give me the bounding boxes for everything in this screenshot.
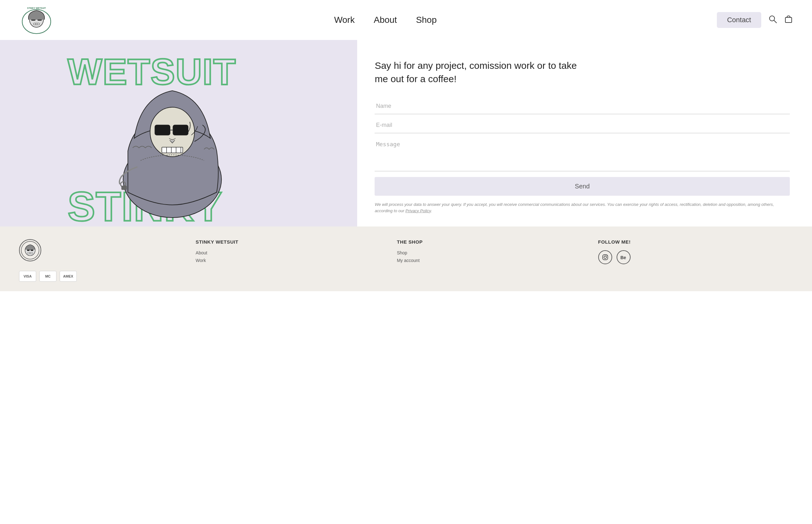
svg-rect-17: [155, 125, 170, 135]
footer-shop-col: THE SHOP Shop My account: [391, 239, 592, 265]
nav-work[interactable]: Work: [334, 15, 354, 25]
footer-about-link[interactable]: About: [196, 250, 384, 255]
contact-button[interactable]: Contact: [717, 12, 761, 28]
email-input[interactable]: [375, 117, 790, 133]
svg-point-36: [604, 256, 607, 259]
visa-card: VISA: [19, 271, 36, 282]
social-icons: Be: [598, 250, 786, 264]
nav-right: Contact: [717, 12, 793, 28]
instagram-icon[interactable]: [598, 250, 612, 264]
contact-panel: Say hi for any project, comission work o…: [357, 40, 812, 227]
svg-line-10: [774, 20, 777, 23]
nav-about[interactable]: About: [374, 15, 397, 25]
mastercard-card: MC: [39, 271, 56, 282]
nav-shop[interactable]: Shop: [416, 15, 436, 25]
footer-social-col: FOLLOW ME! Be: [592, 239, 793, 264]
amex-card: AMEX: [60, 271, 77, 282]
svg-text:STINKY WETSUIT: STINKY WETSUIT: [27, 7, 46, 9]
behance-icon[interactable]: Be: [617, 250, 631, 264]
main-nav: STINKY WETSUIT Work About Shop Contact: [0, 0, 812, 40]
main-section: WETSUIT STINKY: [0, 40, 812, 227]
svg-rect-5: [34, 23, 39, 25]
svg-rect-32: [28, 252, 33, 254]
message-input[interactable]: [375, 136, 790, 171]
logo[interactable]: STINKY WETSUIT: [19, 6, 54, 34]
svg-rect-11: [785, 17, 792, 22]
nav-links: Work About Shop: [334, 15, 436, 25]
svg-rect-26: [121, 186, 127, 190]
svg-text:Be: Be: [620, 255, 626, 260]
contact-heading: Say hi for any project, comission work o…: [375, 59, 590, 86]
payment-methods: VISA MC AMEX: [19, 271, 77, 282]
svg-rect-20: [162, 147, 183, 153]
contact-form: Send We will process your data to answer…: [375, 98, 790, 214]
footer-work-link[interactable]: Work: [196, 258, 384, 263]
send-button[interactable]: Send: [375, 177, 790, 196]
footer-myaccount-link[interactable]: My account: [397, 258, 585, 263]
privacy-policy-link[interactable]: Privacy Policy: [405, 208, 431, 213]
footer-stinky-wetsuit-col: STINKY WETSUIT About Work: [189, 239, 391, 265]
footer-logo-col: VISA MC AMEX: [19, 239, 189, 282]
footer-shop-title: THE SHOP: [397, 239, 585, 245]
svg-point-37: [607, 255, 607, 256]
footer-shop-link[interactable]: Shop: [397, 250, 585, 255]
footer-logo[interactable]: [19, 239, 41, 261]
svg-point-9: [769, 16, 775, 21]
name-input[interactable]: [375, 98, 790, 114]
svg-rect-18: [173, 125, 188, 135]
footer-stinky-title: STINKY WETSUIT: [196, 239, 384, 245]
svg-text:WETSUIT: WETSUIT: [68, 51, 236, 92]
footer-follow-title: FOLLOW ME!: [598, 239, 786, 245]
search-icon[interactable]: [768, 15, 777, 26]
footer: VISA MC AMEX STINKY WETSUIT About Work T…: [0, 227, 812, 291]
cart-icon[interactable]: [784, 15, 793, 26]
art-panel: WETSUIT STINKY: [0, 40, 357, 227]
privacy-notice: We will process your data to answer your…: [375, 201, 790, 214]
